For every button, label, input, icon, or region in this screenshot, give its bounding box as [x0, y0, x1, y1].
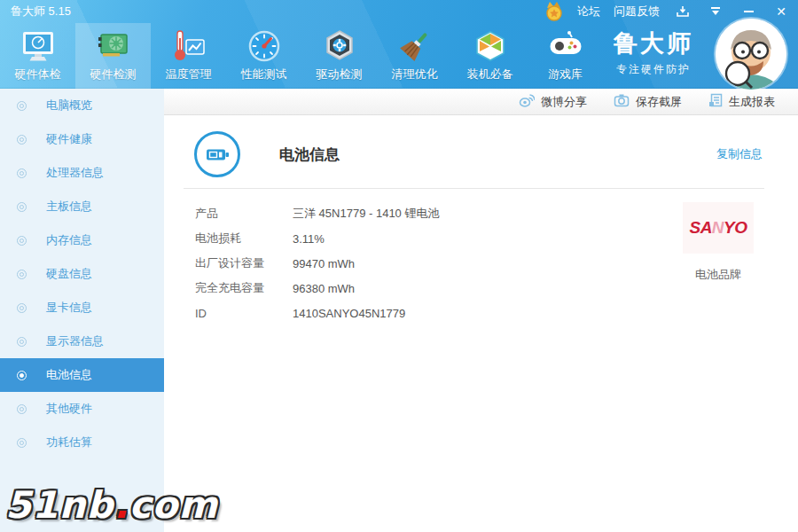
- sidebar-item-monitor[interactable]: 显示器信息: [0, 325, 164, 358]
- radio-icon: [17, 337, 27, 347]
- logo-text: YO: [724, 218, 747, 237]
- gpu-card-icon: [95, 27, 132, 65]
- sidebar-item-memory[interactable]: 内存信息: [0, 223, 164, 257]
- brand-caption: 电池品牌: [683, 267, 754, 283]
- row-value: 1410SANYO45N1779: [293, 307, 405, 320]
- app-title: 鲁大师 5.15: [11, 4, 71, 20]
- sidebar-item-cpu[interactable]: 处理器信息: [0, 156, 164, 190]
- sidebar-item-label: 主板信息: [46, 199, 92, 215]
- copy-info-link[interactable]: 复制信息: [716, 146, 763, 162]
- radio-icon: [17, 168, 27, 178]
- radio-icon: [17, 202, 27, 212]
- sidebar-item-power-estimate[interactable]: 功耗估算: [0, 426, 164, 459]
- monitor-gauge-icon: [20, 27, 57, 65]
- titlebar: 鲁大师 5.15 论坛 问题反馈 ✕: [0, 0, 798, 23]
- sidebar-item-health[interactable]: 硬件健康: [0, 122, 164, 156]
- battery-icon: [194, 131, 240, 177]
- thermometer-chart-icon: [170, 27, 207, 65]
- mascot-avatar: [716, 19, 786, 90]
- sidebar-item-label: 电池信息: [46, 367, 92, 383]
- tab-label: 性能测试: [241, 66, 287, 82]
- row-value: 三洋 45N1779 - 1410 锂电池: [293, 206, 439, 222]
- tab-cleanup[interactable]: 清理优化: [377, 23, 452, 89]
- software-box-icon: [472, 27, 509, 65]
- brand-slogan: 专注硬件防护: [614, 62, 693, 77]
- page-title: 电池信息: [279, 145, 340, 165]
- table-row: 电池损耗 3.11%: [195, 226, 439, 251]
- sidebar-item-other-hardware[interactable]: 其他硬件: [0, 392, 164, 426]
- radio-icon: [17, 135, 27, 145]
- update-icon[interactable]: [673, 3, 692, 20]
- row-label: 出厂设计容量: [195, 255, 293, 271]
- tab-label: 清理优化: [392, 66, 438, 82]
- brand-name: 鲁大师: [614, 32, 693, 56]
- sidebar-item-battery[interactable]: 电池信息: [0, 358, 164, 392]
- sidebar-item-gpu[interactable]: 显卡信息: [0, 291, 164, 325]
- tab-driver[interactable]: 驱动检测: [301, 23, 377, 89]
- content-panel: 电池信息 复制信息 产品 三洋 45N1779 - 1410 锂电池 电池损耗 …: [164, 116, 798, 532]
- radio-icon: [17, 438, 27, 448]
- logo-text: N: [712, 218, 724, 237]
- sidebar-item-label: 电脑概览: [46, 98, 92, 113]
- sidebar: 电脑概览 硬件健康 处理器信息 主板信息 内存信息 硬盘信息 显卡信息 显示器信…: [0, 89, 164, 532]
- titlebar-link-feedback[interactable]: 问题反馈: [614, 4, 660, 20]
- tab-hardware-detect[interactable]: 硬件检测: [75, 23, 151, 89]
- weibo-share-button[interactable]: 微博分享: [519, 93, 587, 110]
- generate-report-button[interactable]: 生成报表: [708, 93, 775, 110]
- table-row: 产品 三洋 45N1779 - 1410 锂电池: [195, 201, 439, 226]
- row-value: 96380 mWh: [293, 282, 355, 295]
- gear-hexagon-icon: [321, 27, 358, 65]
- row-label: ID: [195, 307, 293, 320]
- titlebar-link-forum[interactable]: 论坛: [577, 4, 600, 20]
- close-button[interactable]: ✕: [771, 3, 791, 20]
- tab-performance[interactable]: 性能测试: [226, 23, 301, 89]
- sidebar-item-label: 功耗估算: [46, 434, 92, 450]
- tab-label: 装机必备: [467, 66, 513, 82]
- table-row: 出厂设计容量 99470 mWh: [195, 251, 439, 276]
- save-screenshot-button[interactable]: 保存截屏: [614, 93, 682, 110]
- camera-icon: [614, 93, 630, 110]
- row-label: 完全充电容量: [195, 280, 293, 296]
- row-value: 3.11%: [293, 232, 325, 246]
- battery-info-table: 产品 三洋 45N1779 - 1410 锂电池 电池损耗 3.11% 出厂设计…: [195, 201, 439, 325]
- weibo-icon: [519, 93, 535, 110]
- action-label: 微博分享: [541, 94, 587, 110]
- tab-label: 游戏库: [548, 66, 583, 82]
- action-label: 保存截屏: [636, 94, 682, 110]
- radio-icon: [17, 101, 27, 111]
- sanyo-logo: SANYO: [683, 202, 754, 254]
- actionbar: 微博分享 保存截屏 生成报表: [164, 89, 798, 115]
- broom-icon: [396, 27, 434, 65]
- tab-essentials[interactable]: 装机必备: [452, 23, 528, 89]
- sidebar-item-label: 硬盘信息: [46, 266, 92, 282]
- app-brand: 鲁大师 专注硬件防护: [614, 32, 693, 77]
- content-header: 电池信息 复制信息: [194, 129, 763, 180]
- tab-hardware-checkup[interactable]: 硬件体检: [0, 23, 75, 89]
- sidebar-item-label: 显示器信息: [46, 333, 104, 349]
- tab-games[interactable]: 游戏库: [528, 23, 603, 89]
- action-label: 生成报表: [729, 94, 775, 110]
- skin-menu-icon[interactable]: [706, 3, 725, 20]
- minimize-button[interactable]: [739, 3, 758, 20]
- table-row: ID 1410SANYO45N1779: [195, 301, 439, 325]
- sidebar-item-label: 硬件健康: [46, 131, 92, 147]
- medal-icon: [544, 3, 564, 20]
- sidebar-item-motherboard[interactable]: 主板信息: [0, 190, 164, 223]
- radio-icon: [17, 404, 27, 414]
- row-label: 产品: [195, 206, 293, 222]
- sidebar-item-overview[interactable]: 电脑概览: [0, 89, 164, 122]
- logo-text: SA: [689, 218, 711, 237]
- main-toolbar: 硬件体检 硬件检测: [0, 23, 603, 89]
- sidebar-item-label: 其他硬件: [46, 401, 92, 417]
- radio-icon: [17, 236, 27, 246]
- tab-label: 硬件体检: [15, 66, 61, 82]
- tab-label: 驱动检测: [317, 66, 363, 82]
- tab-label: 硬件检测: [90, 66, 137, 82]
- table-row: 完全充电容量 96380 mWh: [195, 276, 439, 301]
- row-value: 99470 mWh: [293, 257, 355, 270]
- sidebar-item-disk[interactable]: 硬盘信息: [0, 257, 164, 291]
- tab-temperature[interactable]: 温度管理: [151, 23, 226, 89]
- radio-icon: [17, 303, 27, 313]
- radio-icon: [17, 371, 27, 380]
- battery-brand-panel: SANYO 电池品牌: [683, 202, 754, 283]
